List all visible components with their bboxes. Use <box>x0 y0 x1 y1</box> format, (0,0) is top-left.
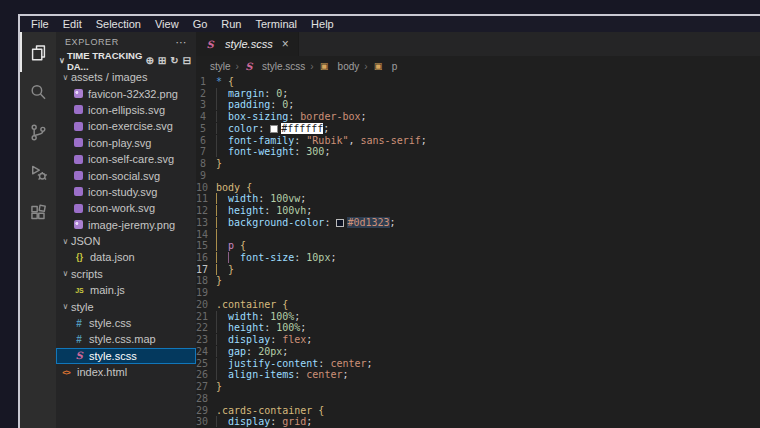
line-number: 16 <box>196 252 216 264</box>
code-line-text: align-items: center; <box>216 369 348 381</box>
code-line: 19 <box>196 287 760 299</box>
code-line: 27} <box>196 381 760 393</box>
tree-file-favicon-32x32-png[interactable]: favicon-32x32.png <box>56 85 196 101</box>
breadcrumb-item-p[interactable]: ▣p <box>373 61 398 72</box>
tree-file-icon-play-svg[interactable]: icon-play.svg <box>56 135 196 151</box>
code-line: 14 <box>196 229 760 241</box>
tree-file-icon-ellipsis-svg[interactable]: icon-ellipsis.svg <box>56 102 196 118</box>
code-line: 15 p { <box>196 240 760 252</box>
code-line: 16 font-size: 10px; <box>196 252 760 264</box>
code-line-text: .container { <box>216 299 288 311</box>
tree-folder-style[interactable]: ∨style <box>56 298 196 314</box>
code-line-text: box-sizing: border-box; <box>216 111 367 123</box>
tree-item-label: icon-self-care.svg <box>88 153 174 165</box>
code-line-text: display: flex; <box>216 334 312 346</box>
code-line-text: * { <box>216 76 234 88</box>
line-number: 14 <box>196 229 216 241</box>
tree-file-icon-work-svg[interactable]: icon-work.svg <box>56 200 196 216</box>
color-swatch-icon <box>336 219 344 227</box>
line-number: 30 <box>196 416 216 428</box>
code-line: 1* { <box>196 76 760 88</box>
line-number: 18 <box>196 275 216 287</box>
svg-file-icon <box>74 171 83 180</box>
tree-file-style-css[interactable]: #style.css <box>56 315 196 331</box>
tree-file-index-html[interactable]: <>index.html <box>56 364 196 380</box>
code-line: 26 align-items: center; <box>196 369 760 381</box>
tree-file-style-css-map[interactable]: #style.css.map <box>56 331 196 347</box>
activity-search[interactable] <box>20 72 56 112</box>
chevron-down-icon: ∨ <box>60 73 71 82</box>
code-line: 3 padding: 0; <box>196 99 760 111</box>
collapse-all-icon[interactable]: ⊟ <box>183 55 191 66</box>
breadcrumb-item-style[interactable]: style <box>210 61 231 72</box>
explorer-section-header[interactable]: ∨ TIME TRACKING DA... ⊕⊞↻⊟ <box>56 52 196 69</box>
code-line: 28 <box>196 393 760 405</box>
activity-source-control[interactable] <box>20 112 56 152</box>
line-number: 10 <box>196 182 216 194</box>
new-folder-icon[interactable]: ⊞ <box>158 55 166 66</box>
code-line: 17 } <box>196 264 760 276</box>
new-file-icon[interactable]: ⊕ <box>145 55 153 66</box>
code-line-text: } <box>216 264 234 276</box>
tree-file-style-scss[interactable]: Sstyle.scss <box>56 348 196 364</box>
menu-edit[interactable]: Edit <box>56 16 89 32</box>
image-file-icon <box>74 220 83 229</box>
code-line-text: } <box>216 158 222 170</box>
breadcrumb-item-style-scss[interactable]: Sstyle.scss <box>244 61 305 72</box>
line-number: 6 <box>196 135 216 147</box>
ellipsis-icon[interactable]: ⋯ <box>175 36 187 49</box>
menu-help[interactable]: Help <box>304 16 341 32</box>
tree-file-icon-social-svg[interactable]: icon-social.svg <box>56 167 196 183</box>
tree-folder-json[interactable]: ∨JSON <box>56 233 196 249</box>
menu-file[interactable]: File <box>24 16 56 32</box>
code-line-text: color: #ffffff; <box>216 123 329 135</box>
tree-file-data-json[interactable]: {}data.json <box>56 249 196 265</box>
svg-file-icon <box>74 138 83 147</box>
tab-style-scss[interactable]: S style.scss × <box>196 32 299 56</box>
menu-run[interactable]: Run <box>214 16 248 32</box>
breadcrumb-separator: › <box>236 61 239 72</box>
tree-file-icon-self-care-svg[interactable]: icon-self-care.svg <box>56 151 196 167</box>
tree-file-image-jeremy-png[interactable]: image-jeremy.png <box>56 217 196 233</box>
line-number: 11 <box>196 193 216 205</box>
code-line-text: p { <box>216 240 246 252</box>
tree-item-label: icon-social.svg <box>88 170 160 182</box>
tree-file-icon-study-svg[interactable]: icon-study.svg <box>56 184 196 200</box>
code-line-text: font-size: 10px; <box>216 252 336 264</box>
breadcrumb-label: style <box>210 61 231 72</box>
svg-file-icon <box>74 122 83 131</box>
code-line-text: } <box>216 275 222 287</box>
menu-selection[interactable]: Selection <box>89 16 148 32</box>
activity-run-debug[interactable] <box>20 152 56 192</box>
css-file-icon: # <box>74 334 84 345</box>
symbol-icon: ▣ <box>373 61 384 71</box>
menu-view[interactable]: View <box>148 16 186 32</box>
json-file-icon: {} <box>74 252 85 262</box>
menu-go[interactable]: Go <box>186 16 215 32</box>
tree-folder-scripts[interactable]: ∨scripts <box>56 266 196 282</box>
tab-label: style.scss <box>225 38 273 50</box>
tree-item-label: icon-ellipsis.svg <box>88 104 165 116</box>
line-number: 2 <box>196 88 216 100</box>
svg-file-icon <box>74 187 83 196</box>
tree-file-icon-exercise-svg[interactable]: icon-exercise.svg <box>56 118 196 134</box>
svg-file-icon <box>74 105 83 114</box>
code-line-text: gap: 20px; <box>216 346 288 358</box>
menu-terminal[interactable]: Terminal <box>249 16 305 32</box>
activity-explorer[interactable] <box>20 32 56 72</box>
breadcrumb-label: style.scss <box>262 61 305 72</box>
close-icon[interactable]: × <box>282 37 289 51</box>
refresh-icon[interactable]: ↻ <box>170 55 178 66</box>
code-line: 13 background-color: #0d1323; <box>196 217 760 229</box>
activity-extensions[interactable] <box>20 192 56 232</box>
tree-folder-assets-images[interactable]: ∨assets / images <box>56 69 196 85</box>
line-number: 25 <box>196 358 216 370</box>
activity-bar <box>20 32 56 428</box>
tree-file-main-js[interactable]: JSmain.js <box>56 282 196 298</box>
breadcrumb-item-body[interactable]: ▣body <box>319 61 360 72</box>
tree-item-label: icon-exercise.svg <box>88 120 173 132</box>
scss-file-icon: S <box>244 61 254 72</box>
code-editor[interactable]: 1* {2 margin: 0;3 padding: 0;4 box-sizin… <box>196 76 760 428</box>
code-line: 24 gap: 20px; <box>196 346 760 358</box>
code-line: 2 margin: 0; <box>196 88 760 100</box>
